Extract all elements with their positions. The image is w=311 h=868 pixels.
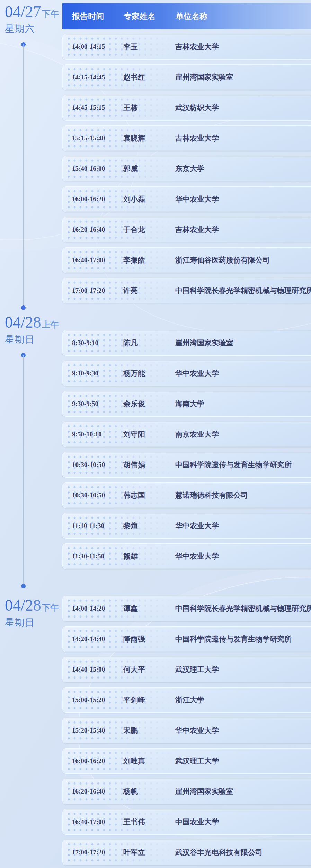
row-speaker-name: 李振皓 bbox=[123, 255, 175, 265]
row-organization: 中国科学院遗传与发育生物学研究所 bbox=[175, 460, 292, 470]
schedule-row: 14:40-15:00 何大平 武汉理工大学 bbox=[62, 657, 311, 682]
section-date: 04/28下午 bbox=[5, 596, 64, 614]
schedule-row: 8:30-9:10 陈凡 崖州湾国家实验室 bbox=[62, 330, 311, 356]
schedule-row: 9:30-9:50 余乐俊 海南大学 bbox=[62, 391, 311, 417]
section-label-0428-am: 04/28上午 星期日 bbox=[5, 313, 64, 345]
row-speaker-name: 王栋 bbox=[123, 103, 175, 113]
row-speaker-name: 赵书红 bbox=[123, 72, 175, 82]
schedule-row: 16:00-16:20 刘唯真 武汉理工大学 bbox=[62, 748, 311, 774]
schedule-row: 14:15-14:45 赵书红 崖州湾国家实验室 bbox=[62, 64, 311, 90]
row-speaker-name: 余乐俊 bbox=[123, 399, 175, 409]
row-report-time: 16:00-16:20 bbox=[72, 195, 123, 203]
row-speaker-name: 杨万能 bbox=[123, 369, 175, 378]
row-report-time: 10:30-10:50 bbox=[72, 461, 123, 469]
row-report-time: 16:20-16:40 bbox=[72, 788, 123, 795]
row-speaker-name: 刘唯真 bbox=[123, 756, 175, 766]
row-speaker-name: 李玉 bbox=[123, 42, 175, 52]
row-speaker-name: 何大平 bbox=[123, 665, 175, 674]
row-organization: 南京农业大学 bbox=[175, 429, 219, 439]
schedule-row: 16:40-17:00 王书伟 中国农业大学 bbox=[62, 809, 311, 835]
row-report-time: 11:30-11:50 bbox=[72, 552, 123, 560]
row-speaker-name: 熊雄 bbox=[123, 551, 175, 561]
row-speaker-name: 袁晓辉 bbox=[123, 133, 175, 143]
timeline-line bbox=[23, 355, 24, 586]
column-header-expert-name: 专家姓名 bbox=[124, 11, 176, 22]
schedule-row: 15:00-15:20 平剑峰 浙江大学 bbox=[62, 687, 311, 713]
row-organization: 海南大学 bbox=[175, 399, 204, 409]
row-speaker-name: 王书伟 bbox=[123, 817, 175, 827]
schedule-row: 17:00-17:20 许亮 中国科学院长春光学精密机械与物理研究所 bbox=[62, 278, 311, 303]
row-organization: 中国科学院长春光学精密机械与物理研究所 bbox=[175, 286, 311, 295]
session-list-0427-pm: 14:00-14:15 李玉 吉林农业大学 14:15-14:45 赵书红 崖州… bbox=[62, 34, 311, 308]
row-organization: 中国科学院遗传与发育生物学研究所 bbox=[175, 634, 292, 644]
row-speaker-name: 韩志国 bbox=[123, 490, 175, 500]
row-report-time: 16:40-17:00 bbox=[72, 256, 123, 264]
schedule-row: 11:30-11:50 熊雄 华中农业大学 bbox=[62, 543, 311, 569]
row-organization: 武汉理工大学 bbox=[175, 756, 219, 766]
row-speaker-name: 叶军立 bbox=[123, 848, 175, 857]
conference-schedule-page: 报告时间 专家姓名 单位名称 04/27下午 星期六 04/28上午 星期日 0… bbox=[0, 0, 311, 868]
row-report-time: 17:00-17:20 bbox=[72, 849, 123, 856]
section-date: 04/28上午 bbox=[5, 313, 64, 331]
schedule-row: 14:00-14:15 李玉 吉林农业大学 bbox=[62, 34, 311, 60]
row-speaker-name: 降雨强 bbox=[123, 634, 175, 644]
row-report-time: 9:50-10:10 bbox=[72, 431, 123, 438]
row-organization: 武汉纺织大学 bbox=[175, 103, 219, 113]
schedule-row: 16:20-16:40 于合龙 吉林农业大学 bbox=[62, 217, 311, 242]
column-header-organization: 单位名称 bbox=[176, 11, 207, 22]
row-report-time: 8:30-9:10 bbox=[72, 339, 123, 347]
schedule-row: 10:30-10:50 韩志国 慧诺瑞德科技有限公司 bbox=[62, 482, 311, 508]
row-report-time: 16:40-17:00 bbox=[72, 818, 123, 826]
row-organization: 华中农业大学 bbox=[175, 726, 219, 735]
row-speaker-name: 平剑峰 bbox=[123, 695, 175, 705]
section-label-0427-pm: 04/27下午 星期六 bbox=[5, 3, 64, 34]
row-report-time: 14:00-14:20 bbox=[72, 605, 123, 612]
row-organization: 武汉理工大学 bbox=[175, 665, 219, 674]
row-speaker-name: 胡伟娟 bbox=[123, 460, 175, 470]
row-report-time: 17:00-17:20 bbox=[72, 287, 123, 294]
row-organization: 吉林农业大学 bbox=[175, 225, 219, 234]
schedule-row: 15:40-16:00 郭威 东京大学 bbox=[62, 156, 311, 181]
row-speaker-name: 刘小磊 bbox=[123, 194, 175, 204]
row-organization: 崖州湾国家实验室 bbox=[175, 787, 233, 796]
row-report-time: 14:20-14:40 bbox=[72, 635, 123, 643]
section-weekday: 星期日 bbox=[5, 617, 64, 628]
schedule-row: 11:10-11:30 黎煊 华中农业大学 bbox=[62, 513, 311, 539]
timeline-dot bbox=[21, 305, 26, 310]
row-report-time: 15:40-16:00 bbox=[72, 165, 123, 172]
row-organization: 浙江大学 bbox=[175, 695, 204, 705]
schedule-row: 15:20-15:40 宋鹏 华中农业大学 bbox=[62, 718, 311, 743]
row-organization: 浙江寿仙谷医药股份有限公司 bbox=[175, 255, 270, 265]
row-report-time: 15:00-15:20 bbox=[72, 696, 123, 704]
row-organization: 吉林农业大学 bbox=[175, 42, 219, 52]
schedule-row: 16:00-16:20 刘小磊 华中农业大学 bbox=[62, 186, 311, 212]
session-list-0428-am: 8:30-9:10 陈凡 崖州湾国家实验室 9:10-9:30 杨万能 华中农业… bbox=[62, 330, 311, 574]
row-speaker-name: 刘守阳 bbox=[123, 429, 175, 439]
section-date: 04/27下午 bbox=[5, 3, 64, 21]
row-speaker-name: 于合龙 bbox=[123, 225, 175, 234]
timeline-line bbox=[23, 44, 24, 308]
schedule-row: 17:00-17:20 叶军立 武汉谷丰光电科技有限公司 bbox=[62, 840, 311, 865]
schedule-row: 16:20-16:40 杨帆 崖州湾国家实验室 bbox=[62, 779, 311, 804]
row-organization: 崖州湾国家实验室 bbox=[175, 338, 233, 348]
schedule-row: 14:20-14:40 降雨强 中国科学院遗传与发育生物学研究所 bbox=[62, 626, 311, 652]
row-report-time: 16:20-16:40 bbox=[72, 226, 123, 233]
row-organization: 华中农业大学 bbox=[175, 194, 219, 204]
row-report-time: 16:00-16:20 bbox=[72, 757, 123, 765]
schedule-row: 14:45-15:15 王栋 武汉纺织大学 bbox=[62, 95, 311, 121]
session-list-0428-pm: 14:00-14:20 谭鑫 中国科学院长春光学精密机械与物理研究所 14:20… bbox=[62, 596, 311, 868]
column-header-report-time: 报告时间 bbox=[72, 11, 124, 22]
section-weekday: 星期六 bbox=[5, 24, 64, 34]
row-organization: 武汉谷丰光电科技有限公司 bbox=[175, 848, 263, 857]
row-speaker-name: 黎煊 bbox=[123, 521, 175, 531]
row-report-time: 14:45-15:15 bbox=[72, 104, 123, 112]
section-label-0428-pm: 04/28下午 星期日 bbox=[5, 596, 64, 628]
row-report-time: 10:30-10:50 bbox=[72, 491, 123, 499]
row-organization: 慧诺瑞德科技有限公司 bbox=[175, 490, 248, 500]
row-organization: 中国农业大学 bbox=[175, 817, 219, 827]
row-report-time: 9:10-9:30 bbox=[72, 370, 123, 377]
row-report-time: 14:00-14:15 bbox=[72, 43, 123, 51]
row-report-time: 14:40-15:00 bbox=[72, 666, 123, 673]
schedule-row: 15:15-15:40 袁晓辉 吉林农业大学 bbox=[62, 125, 311, 151]
row-organization: 华中农业大学 bbox=[175, 369, 219, 378]
